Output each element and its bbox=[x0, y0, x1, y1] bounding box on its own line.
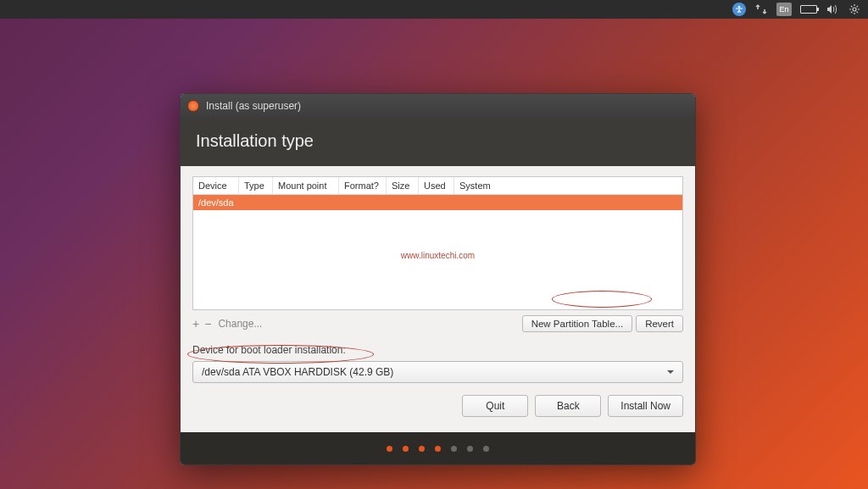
volume-icon[interactable] bbox=[826, 3, 839, 16]
watermark-text: www.linuxtechi.com bbox=[193, 251, 682, 260]
change-partition-button[interactable]: Change... bbox=[218, 318, 262, 330]
svg-point-1 bbox=[853, 8, 856, 11]
pager-dot[interactable] bbox=[467, 446, 473, 452]
pager-dot[interactable] bbox=[483, 446, 489, 452]
col-size[interactable]: Size bbox=[387, 177, 419, 194]
cell-device: /dev/sda bbox=[193, 195, 682, 210]
pager-dot[interactable] bbox=[403, 446, 409, 452]
partition-table: Device Type Mount point Format? Size Use… bbox=[192, 176, 683, 310]
pager-dot[interactable] bbox=[419, 446, 425, 452]
add-partition-button[interactable]: + bbox=[192, 317, 199, 331]
network-icon[interactable] bbox=[754, 3, 768, 16]
remove-partition-button[interactable]: − bbox=[204, 317, 211, 331]
new-partition-table-button[interactable]: New Partition Table... bbox=[522, 315, 632, 332]
partition-actions-row: + − Change... New Partition Table... Rev… bbox=[192, 310, 683, 341]
accessibility-icon[interactable] bbox=[732, 3, 746, 16]
page-title: Installation type bbox=[181, 118, 695, 166]
col-type[interactable]: Type bbox=[239, 177, 273, 194]
bootloader-selected-value: /dev/sda ATA VBOX HARDDISK (42.9 GB) bbox=[202, 366, 393, 378]
col-used[interactable]: Used bbox=[419, 177, 454, 194]
back-button[interactable]: Back bbox=[535, 395, 601, 417]
battery-icon[interactable] bbox=[800, 5, 817, 14]
quit-button[interactable]: Quit bbox=[462, 395, 528, 417]
keyboard-language-indicator[interactable]: En bbox=[776, 3, 792, 16]
table-row[interactable]: /dev/sda bbox=[193, 195, 682, 210]
window-title: Install (as superuser) bbox=[206, 100, 301, 112]
window-titlebar[interactable]: Install (as superuser) bbox=[181, 94, 695, 118]
col-system[interactable]: System bbox=[454, 177, 682, 194]
wizard-buttons: Quit Back Install Now bbox=[192, 383, 683, 429]
pager-dot[interactable] bbox=[387, 446, 392, 452]
pager-dot[interactable] bbox=[435, 446, 441, 452]
table-body: /dev/sda www.linuxtechi.com bbox=[193, 195, 682, 309]
col-mountpoint[interactable]: Mount point bbox=[273, 177, 339, 194]
top-panel: En bbox=[0, 0, 868, 19]
col-format[interactable]: Format? bbox=[339, 177, 387, 194]
system-menu-icon[interactable] bbox=[848, 3, 861, 16]
revert-button[interactable]: Revert bbox=[636, 315, 683, 332]
bootloader-label: Device for boot loader installation: bbox=[192, 344, 683, 356]
pager-dot[interactable] bbox=[451, 446, 457, 452]
system-tray: En bbox=[732, 3, 861, 16]
close-icon[interactable] bbox=[187, 100, 199, 112]
installer-window: Install (as superuser) Installation type… bbox=[180, 93, 696, 465]
slideshow-pager bbox=[181, 432, 695, 464]
table-header-row: Device Type Mount point Format? Size Use… bbox=[193, 177, 682, 195]
col-device[interactable]: Device bbox=[193, 177, 239, 194]
install-button[interactable]: Install Now bbox=[608, 395, 683, 417]
content-area: Device Type Mount point Format? Size Use… bbox=[181, 166, 695, 432]
svg-point-0 bbox=[738, 6, 741, 8]
bootloader-device-combo[interactable]: /dev/sda ATA VBOX HARDDISK (42.9 GB) bbox=[192, 361, 683, 383]
